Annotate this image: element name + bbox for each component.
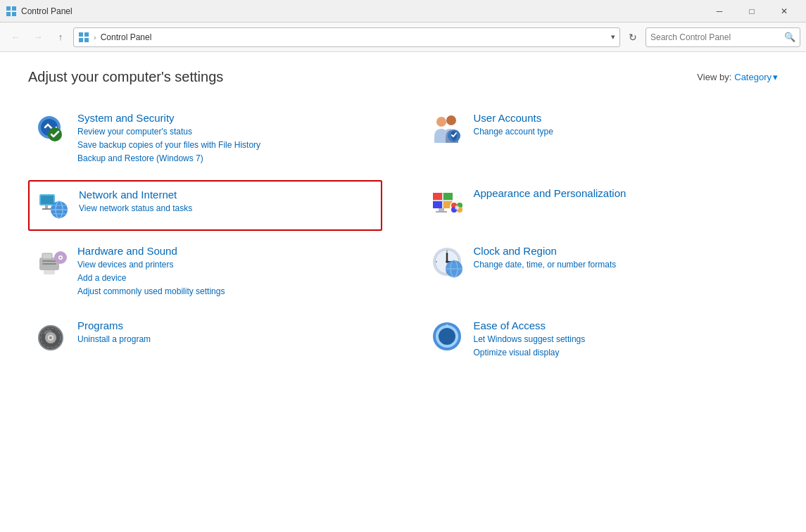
programs-content: Programs Uninstall a program	[77, 319, 151, 346]
clock-region-icon	[430, 245, 464, 279]
svg-point-43	[60, 256, 62, 258]
category-clock-region[interactable]: Clock and Region Change date, time, or n…	[424, 238, 779, 306]
network-internet-icon	[35, 189, 69, 222]
system-security-content: System and Security Review your computer…	[77, 112, 260, 166]
svg-rect-6	[79, 38, 83, 42]
search-icon[interactable]: 🔍	[784, 32, 795, 42]
clock-region-content: Clock and Region Change date, time, or n…	[474, 245, 617, 272]
svg-rect-7	[84, 38, 89, 42]
category-appearance[interactable]: Appearance and Personalization	[424, 180, 779, 231]
system-security-icon	[34, 112, 68, 146]
category-user-accounts[interactable]: User Accounts Change account type	[424, 105, 779, 173]
svg-rect-0	[6, 6, 11, 11]
view-by: View by: Category ▾	[697, 72, 778, 82]
user-accounts-title[interactable]: User Accounts	[474, 112, 553, 124]
system-security-link-1[interactable]: Review your computer's status	[77, 125, 260, 139]
category-network-internet[interactable]: Network and Internet View network status…	[28, 180, 382, 231]
system-security-link-3[interactable]: Backup and Restore (Windows 7)	[77, 152, 260, 165]
view-by-chevron: ▾	[773, 72, 778, 82]
svg-point-35	[455, 205, 459, 210]
close-button[interactable]: ✕	[768, 0, 800, 23]
category-ease-of-access[interactable]: Ease of Access Let Windows suggest setti…	[424, 312, 779, 367]
ease-of-access-link-2[interactable]: Optimize visual display	[474, 346, 586, 360]
search-input[interactable]	[650, 32, 781, 42]
svg-rect-1	[12, 6, 16, 11]
appearance-title[interactable]: Appearance and Personalization	[474, 187, 626, 199]
hardware-sound-link-3[interactable]: Adjust commonly used mobility settings	[77, 285, 225, 298]
svg-rect-28	[439, 208, 444, 211]
svg-rect-37	[42, 260, 56, 262]
svg-rect-29	[436, 211, 447, 213]
hardware-sound-link-2[interactable]: Add a device	[77, 272, 225, 285]
svg-point-12	[446, 115, 456, 125]
up-button[interactable]: ↑	[51, 27, 70, 47]
clock-region-title[interactable]: Clock and Region	[474, 245, 617, 257]
svg-rect-24	[433, 193, 442, 200]
address-bar-icon	[78, 32, 89, 43]
page-title: Adjust your computer's settings	[28, 69, 223, 85]
back-button[interactable]: ←	[6, 27, 25, 47]
clock-region-link-1[interactable]: Change date, time, or number formats	[474, 258, 617, 272]
network-internet-link-1[interactable]: View network status and tasks	[79, 202, 192, 215]
programs-icon	[34, 319, 68, 353]
system-security-title[interactable]: System and Security	[77, 112, 260, 124]
minimize-button[interactable]: ─	[703, 0, 736, 23]
svg-point-11	[436, 117, 446, 127]
address-separator: ›	[94, 33, 96, 42]
forward-button[interactable]: →	[28, 27, 48, 47]
svg-rect-21	[45, 205, 48, 208]
view-by-value: Category	[734, 72, 772, 82]
user-accounts-link-1[interactable]: Change account type	[474, 125, 553, 139]
svg-rect-4	[79, 32, 83, 37]
svg-rect-15	[41, 196, 53, 204]
programs-link-1[interactable]: Uninstall a program	[77, 333, 151, 346]
view-by-label: View by:	[697, 72, 731, 82]
user-accounts-icon	[430, 112, 464, 146]
ease-of-access-title[interactable]: Ease of Access	[474, 319, 586, 331]
ease-of-access-icon	[430, 319, 464, 353]
address-bar: ← → ↑ › Control Panel ▾ ↻ 🔍	[0, 23, 806, 52]
header-row: Adjust your computer's settings View by:…	[28, 69, 778, 85]
view-by-dropdown[interactable]: Category ▾	[734, 72, 778, 82]
maximize-button[interactable]: □	[736, 0, 768, 23]
programs-title[interactable]: Programs	[77, 319, 151, 331]
title-bar-left: Control Panel	[6, 6, 73, 17]
title-bar-controls: ─ □ ✕	[703, 0, 800, 23]
hardware-sound-title[interactable]: Hardware and Sound	[77, 245, 225, 257]
svg-rect-40	[44, 270, 55, 274]
user-accounts-content: User Accounts Change account type	[474, 112, 553, 139]
svg-rect-25	[443, 193, 453, 200]
system-security-link-2[interactable]: Save backup copies of your files with Fi…	[77, 139, 260, 152]
search-bar[interactable]: 🔍	[646, 27, 800, 47]
svg-rect-22	[42, 208, 51, 210]
category-hardware-sound[interactable]: Hardware and Sound View devices and prin…	[28, 238, 382, 306]
main-content: Adjust your computer's settings View by:…	[0, 52, 806, 532]
svg-rect-38	[42, 263, 56, 265]
hardware-sound-link-1[interactable]: View devices and printers	[77, 258, 225, 272]
category-programs[interactable]: Programs Uninstall a program	[28, 312, 382, 367]
svg-rect-39	[42, 253, 52, 259]
svg-point-61	[49, 336, 52, 339]
svg-rect-26	[433, 201, 442, 208]
network-internet-title[interactable]: Network and Internet	[79, 189, 192, 201]
svg-rect-3	[12, 12, 16, 16]
hardware-sound-content: Hardware and Sound View devices and prin…	[77, 245, 225, 299]
ease-of-access-link-1[interactable]: Let Windows suggest settings	[474, 333, 586, 346]
ease-of-access-content: Ease of Access Let Windows suggest setti…	[474, 319, 586, 360]
title-bar-text: Control Panel	[21, 6, 73, 16]
network-internet-content: Network and Internet View network status…	[79, 189, 192, 215]
refresh-button[interactable]: ↻	[623, 27, 643, 47]
appearance-content: Appearance and Personalization	[474, 187, 626, 201]
svg-rect-5	[84, 32, 89, 37]
appearance-icon	[430, 187, 464, 221]
hardware-sound-icon	[34, 245, 68, 279]
address-breadcrumb: Control Panel	[101, 32, 607, 42]
address-dropdown-button[interactable]: ▾	[611, 32, 615, 42]
category-system-security[interactable]: System and Security Review your computer…	[28, 105, 382, 173]
svg-rect-2	[6, 12, 11, 16]
address-bar-input[interactable]: › Control Panel ▾	[73, 27, 620, 47]
control-panel-icon	[6, 6, 17, 17]
title-bar: Control Panel ─ □ ✕	[0, 0, 806, 23]
categories-grid: System and Security Review your computer…	[28, 105, 778, 374]
